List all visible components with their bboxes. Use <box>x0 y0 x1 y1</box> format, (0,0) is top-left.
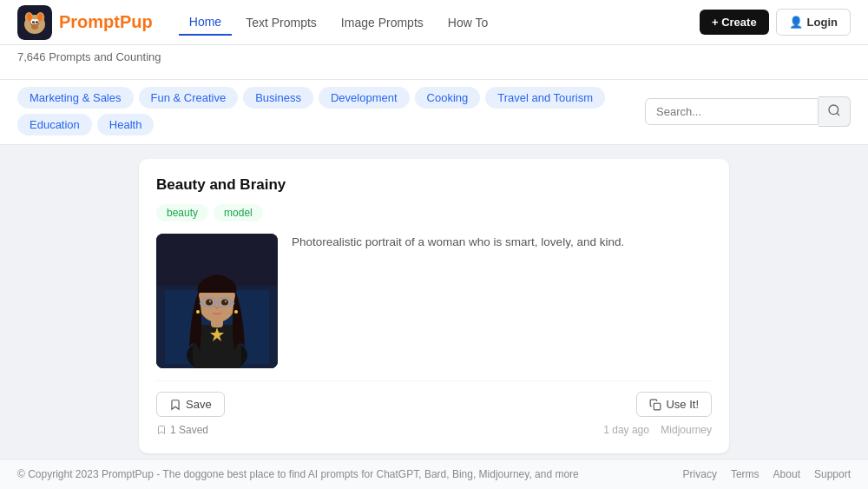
category-fun[interactable]: Fun & Creative <box>139 87 239 109</box>
card-actions-1: Save Use It! <box>156 380 712 417</box>
card-description-1: Photorealistic portrait of a woman who i… <box>292 234 712 368</box>
footer: © Copyright 2023 PromptPup - The doggone… <box>0 459 868 489</box>
svg-point-30 <box>206 300 213 306</box>
category-health[interactable]: Health <box>97 114 155 135</box>
time-platform-1: 1 day ago Midjourney <box>603 424 712 436</box>
nav-home[interactable]: Home <box>179 10 232 36</box>
nav-text-prompts[interactable]: Text Prompts <box>235 10 327 35</box>
svg-point-14 <box>37 21 38 22</box>
svg-line-16 <box>837 113 839 116</box>
svg-point-31 <box>221 300 228 306</box>
footer-privacy[interactable]: Privacy <box>683 468 717 480</box>
card-tags-1: beauty model <box>156 204 712 221</box>
bookmark-small-icon-1 <box>156 425 167 435</box>
header-actions: + Create 👤 Login <box>700 9 851 36</box>
footer-support[interactable]: Support <box>814 468 851 480</box>
svg-rect-36 <box>654 403 661 410</box>
footer-about[interactable]: About <box>773 468 800 480</box>
copy-icon-1 <box>649 399 661 411</box>
card-body-1: Photorealistic portrait of a woman who i… <box>156 234 712 368</box>
category-marketing[interactable]: Marketing & Sales <box>17 87 134 109</box>
saved-count-1: 1 Saved <box>156 424 208 436</box>
svg-point-34 <box>196 310 200 314</box>
logo-icon <box>17 5 52 40</box>
logo-text: PromptPup <box>59 12 153 32</box>
nav-image-prompts[interactable]: Image Prompts <box>331 10 434 35</box>
tag-beauty[interactable]: beauty <box>156 204 208 221</box>
create-button[interactable]: + Create <box>700 10 769 35</box>
svg-point-33 <box>225 301 227 302</box>
search-area <box>645 96 851 127</box>
categories: Marketing & Sales Fun & Creative Busines… <box>17 87 645 135</box>
nav-how-to[interactable]: How To <box>437 10 498 35</box>
sub-header: 7,646 Prompts and Counting <box>0 45 868 80</box>
prompt-count: 7,646 Prompts and Counting <box>17 50 851 63</box>
svg-point-11 <box>32 21 35 23</box>
search-button[interactable] <box>819 96 851 127</box>
card-meta-1: 1 Saved 1 day ago Midjourney <box>156 424 712 436</box>
category-development[interactable]: Development <box>319 87 410 109</box>
svg-point-8 <box>31 24 38 30</box>
category-business[interactable]: Business <box>243 87 313 109</box>
svg-point-32 <box>209 301 211 302</box>
svg-point-12 <box>36 21 38 23</box>
login-button[interactable]: 👤 Login <box>776 9 851 36</box>
category-travel[interactable]: Travel and Tourism <box>485 87 605 109</box>
bookmark-icon-1 <box>169 399 181 411</box>
svg-point-35 <box>234 310 238 314</box>
main-content: Beauty and Brainy beauty model <box>0 145 868 489</box>
person-icon: 👤 <box>789 16 803 29</box>
svg-point-13 <box>34 21 35 22</box>
cards-list: Beauty and Brainy beauty model <box>139 159 729 489</box>
header: PromptPup Home Text Prompts Image Prompt… <box>0 0 868 45</box>
logo-area: PromptPup <box>17 5 153 40</box>
search-input[interactable] <box>645 98 819 125</box>
categories-search-row: Marketing & Sales Fun & Creative Busines… <box>0 80 868 145</box>
category-cooking[interactable]: Cooking <box>415 87 481 109</box>
tag-model[interactable]: model <box>214 204 263 221</box>
main-nav: Home Text Prompts Image Prompts How To <box>179 10 700 36</box>
card-image-1 <box>156 234 278 368</box>
category-education[interactable]: Education <box>17 114 92 135</box>
search-icon <box>827 103 841 117</box>
use-button-1[interactable]: Use It! <box>636 392 712 417</box>
card-beauty-brainy: Beauty and Brainy beauty model <box>139 159 729 453</box>
footer-copyright: © Copyright 2023 PromptPup - The doggone… <box>17 468 579 480</box>
footer-links: Privacy Terms About Support <box>683 468 851 480</box>
save-button-1[interactable]: Save <box>156 392 225 417</box>
svg-point-15 <box>829 105 838 115</box>
footer-terms[interactable]: Terms <box>731 468 760 480</box>
card-title-1: Beauty and Brainy <box>156 176 712 194</box>
